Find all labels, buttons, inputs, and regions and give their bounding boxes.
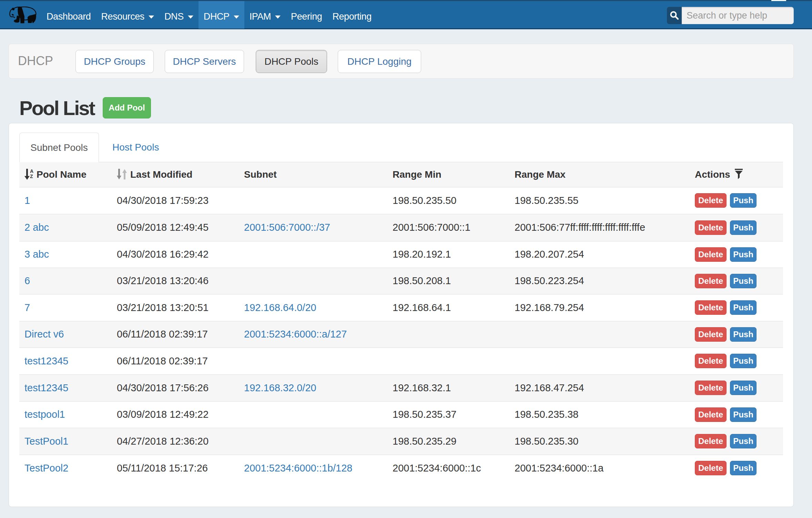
svg-text:Z: Z bbox=[30, 174, 33, 179]
svg-text:A: A bbox=[30, 169, 33, 174]
